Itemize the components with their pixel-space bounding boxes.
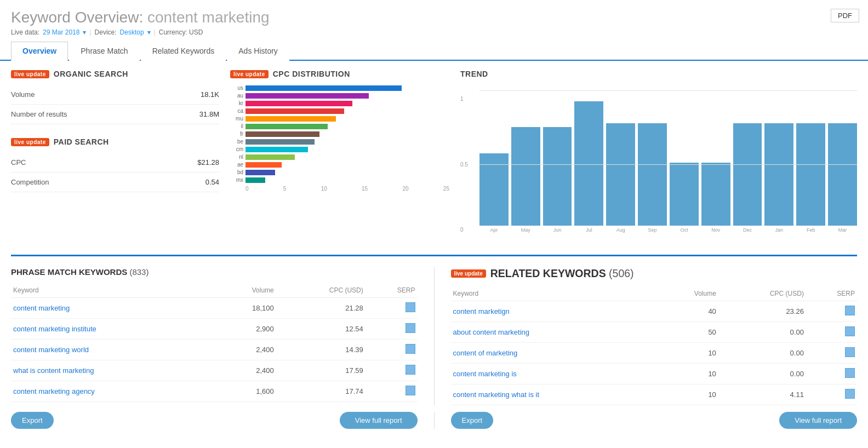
competition-row: Competition 0.54: [11, 173, 219, 192]
trend-title: TREND: [460, 70, 857, 78]
page-header: Keyword Overview: content marketing Live…: [0, 0, 868, 41]
phrase-match-table: Keyword Volume CPC (USD) SERP content ma…: [11, 283, 418, 402]
cpc-chart: usaukrcamuilfrbecmnlaebdmx: [230, 85, 449, 183]
serp-icon: [406, 302, 415, 312]
tab-ads-history[interactable]: Ads History: [227, 42, 289, 61]
cpc-bar: [245, 162, 282, 168]
serp-icon: [845, 326, 855, 336]
cpc-bar: [245, 131, 319, 137]
live-badge-organic: live update: [11, 70, 49, 78]
cpc-bar: [245, 116, 336, 122]
cpc-bar: [245, 108, 344, 114]
trend-bar: [543, 127, 572, 226]
cpc-bar-row: ae: [230, 162, 449, 168]
keyword-link[interactable]: what is content marketing: [13, 366, 94, 375]
serp-icon: [406, 323, 415, 333]
related-keywords-export-button[interactable]: Export: [451, 412, 494, 429]
table-row: content marketing institute2,90012.54: [11, 319, 418, 340]
keyword-link[interactable]: content marketing world: [13, 346, 89, 354]
phrase-match-footer: Export View full report: [11, 412, 435, 429]
keyword-link[interactable]: content of marketing: [453, 349, 518, 357]
cpc-bar-row: au: [230, 93, 449, 99]
serp-icon: [845, 306, 855, 315]
related-keywords-table: Keyword Volume CPC (USD) SERP content ma…: [451, 286, 858, 405]
cpc-title: live update CPC DISTRIBUTION: [230, 70, 449, 78]
keyword-link[interactable]: content marketing agency: [13, 387, 95, 395]
cpc-bar-row: be: [230, 139, 449, 145]
tab-related-keywords[interactable]: Related Keywords: [141, 42, 226, 61]
header-meta: Live data: 29 Mar 2018 ▾ | Device: Deskt…: [11, 28, 857, 36]
cpc-row: CPC $21.28: [11, 153, 219, 173]
trend-bars: AprMayJunJulAugSepOctNovDecJanFebMar: [479, 85, 857, 233]
related-keywords-section: live update RELATED KEYWORDS (506) Keywo…: [435, 267, 858, 405]
serp-icon: [406, 344, 415, 354]
cpc-bar: [245, 177, 265, 183]
cpc-bar-row: mx: [230, 177, 449, 183]
cpc-bar-row: us: [230, 85, 449, 91]
phrase-match-view-report-button[interactable]: View full report: [340, 412, 418, 429]
trend-bar: [670, 163, 699, 226]
main-content: live update ORGANIC SEARCH Volume 18.1K …: [0, 61, 868, 438]
tab-bar: Overview Phrase Match Related Keywords A…: [0, 41, 868, 61]
table-row: what is content marketing2,40017.59: [11, 360, 418, 381]
trend-section: TREND 1 0.5 0 AprMayJunJulAugSepOctNovDe…: [460, 70, 857, 244]
organic-paid-section: live update ORGANIC SEARCH Volume 18.1K …: [11, 70, 219, 244]
tab-overview[interactable]: Overview: [11, 42, 68, 61]
device-link[interactable]: Desktop: [120, 28, 144, 36]
cpc-bar: [245, 101, 352, 106]
serp-icon: [406, 386, 415, 395]
serp-icon: [845, 368, 855, 378]
keyword-link[interactable]: about content marketing: [453, 328, 529, 336]
cpc-bar-row: bd: [230, 169, 449, 175]
related-keywords-header: live update RELATED KEYWORDS (506): [451, 267, 858, 280]
trend-bar: [701, 163, 730, 226]
bottom-row: PHRASE MATCH KEYWORDS (833) Keyword Volu…: [11, 255, 857, 405]
cpc-bar: [245, 93, 369, 99]
top-row: live update ORGANIC SEARCH Volume 18.1K …: [11, 70, 857, 244]
table-row: content marketign4023.26: [451, 301, 858, 322]
volume-row: Volume 18.1K: [11, 85, 219, 105]
page-title: Keyword Overview: content marketing: [11, 9, 857, 26]
trend-bar: [574, 101, 603, 226]
cpc-bar-row: fr: [230, 131, 449, 137]
phrase-match-export-button[interactable]: Export: [11, 412, 54, 429]
keyword-link[interactable]: content marketing institute: [13, 325, 96, 333]
cpc-bar-row: cm: [230, 146, 449, 152]
trend-chart-wrapper: 1 0.5 0 AprMayJunJulAugSepOctNovDecJanFe…: [460, 85, 857, 244]
cpc-distribution-section: live update CPC DISTRIBUTION usaukrcamui…: [230, 70, 449, 244]
cpc-bar-row: nl: [230, 154, 449, 160]
keyword-link[interactable]: content marketign: [453, 307, 510, 315]
keyword-link[interactable]: content marketing what is it: [453, 390, 540, 399]
trend-bar: [638, 123, 667, 226]
related-keywords-footer: Export View full report: [435, 412, 858, 429]
cpc-bar-row: il: [230, 123, 449, 129]
table-row: content marketing what is it104.11: [451, 384, 858, 405]
keyword-link[interactable]: content marketing: [13, 304, 70, 312]
live-badge-related: live update: [451, 269, 486, 278]
keyword-link[interactable]: content marketing is: [453, 370, 517, 378]
serp-icon: [406, 365, 415, 375]
device-dropdown-arrow[interactable]: ▾: [147, 28, 151, 36]
cpc-bar-row: kr: [230, 100, 449, 106]
date-link[interactable]: 29 Mar 2018: [43, 28, 79, 36]
pdf-button[interactable]: PDF: [831, 9, 859, 22]
trend-bar: [606, 123, 635, 226]
phrase-match-title: PHRASE MATCH KEYWORDS (833): [11, 267, 418, 277]
trend-y-axis: 1 0.5 0: [460, 96, 468, 233]
table-row: content marketing is100.00: [451, 364, 858, 384]
paid-search-title: live update PAID SEARCH: [11, 137, 219, 146]
trend-bar: [511, 127, 540, 226]
dropdown-arrow[interactable]: ▾: [83, 28, 86, 36]
tab-phrase-match[interactable]: Phrase Match: [69, 42, 139, 61]
related-keywords-title: RELATED KEYWORDS (506): [490, 267, 634, 280]
phrase-match-header: PHRASE MATCH KEYWORDS (833): [11, 267, 418, 277]
table-row: content of marketing100.00: [451, 343, 858, 364]
table-row: content marketing18,10021.28: [11, 298, 418, 319]
trend-bar: [828, 123, 857, 226]
trend-bar: [733, 123, 762, 226]
table-row: content marketing agency1,60017.74: [11, 381, 418, 402]
phrase-match-section: PHRASE MATCH KEYWORDS (833) Keyword Volu…: [11, 267, 435, 405]
related-keywords-view-report-button[interactable]: View full report: [779, 412, 857, 429]
cpc-bar: [245, 139, 315, 145]
cpc-bar-row: mu: [230, 116, 449, 122]
